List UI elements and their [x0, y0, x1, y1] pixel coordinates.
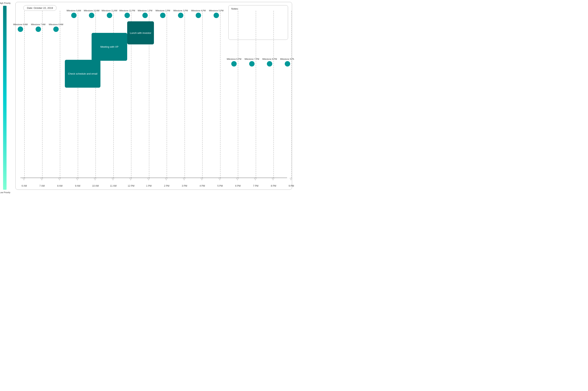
event-box[interactable]: Meeting with VP — [92, 33, 127, 61]
hour-label-h8am: 8 AM — [56, 185, 64, 187]
milestone-label: Milestone 7 AM — [31, 23, 45, 26]
milestone-label: Milestone 6 AM — [13, 23, 27, 26]
milestone-label: Milestone 6 PM — [227, 58, 241, 60]
dashed-line-h3pm — [184, 11, 185, 178]
hour-label-h4pm: 4 PM — [198, 185, 206, 187]
milestone-1: Milestone 7 AM — [34, 23, 42, 32]
arrow-h9pm: ▽ — [290, 177, 292, 181]
milestone-circle — [89, 13, 94, 18]
milestone-11: Milestone 5 PM — [212, 9, 220, 18]
milestone-14: Milestone 8 PM — [266, 58, 274, 67]
milestone-label: Milestone 12 PM — [119, 9, 135, 12]
dashed-line-h7am — [42, 11, 42, 178]
milestone-circle — [214, 13, 219, 18]
milestone-9: Milestone 3 PM — [177, 9, 184, 18]
milestone-circle — [285, 61, 290, 67]
dashed-line-h8pm — [274, 11, 274, 178]
hour-label-h10am: 10 AM — [92, 185, 99, 187]
milestone-circle — [107, 13, 112, 18]
milestone-label: Milestone 7 PM — [245, 58, 259, 60]
dashed-line-h4pm — [202, 11, 203, 178]
milestone-7: Milestone 1 PM — [141, 9, 149, 18]
milestone-circle — [71, 13, 77, 18]
milestone-4: Milestone 10 AM — [88, 9, 95, 18]
milestone-5: Milestone 11 AM — [106, 9, 113, 18]
timeline-baseline — [20, 178, 287, 178]
dashed-line-h6am — [24, 11, 25, 178]
milestone-12: Milestone 6 PM — [230, 58, 238, 67]
milestone-circle — [53, 26, 59, 32]
high-priority-label: High Priority — [0, 2, 10, 4]
low-priority-label: Low Priority — [0, 191, 10, 194]
milestone-0: Milestone 6 AM — [16, 23, 24, 32]
dashed-line-h8am — [60, 11, 60, 178]
milestone-label: Milestone 4 PM — [191, 9, 206, 12]
dashed-line-h9am — [78, 11, 78, 178]
milestone-label: Milestone 8 PM — [263, 58, 277, 60]
milestone-label: Milestone 11 AM — [102, 9, 117, 12]
hour-label-h9pm: 9 PM — [288, 185, 294, 187]
priority-gradient-bar — [3, 6, 6, 190]
milestone-circle — [249, 61, 255, 67]
event-box[interactable]: Check schedule and email — [65, 60, 100, 88]
milestone-10: Milestone 4 PM — [194, 9, 202, 18]
event-box[interactable]: Lunch with investor — [127, 21, 154, 44]
milestone-label: Milestone 3 PM — [173, 9, 188, 12]
hour-label-h6am: 6 AM — [20, 185, 28, 187]
dashed-line-h2pm — [167, 11, 167, 178]
hour-label-h12pm: 12 PM — [127, 185, 135, 187]
hour-label-h8pm: 8 PM — [270, 185, 277, 187]
hour-label-h7am: 7 AM — [38, 185, 46, 187]
milestone-label: Milestone 8 AM — [49, 23, 63, 26]
hour-label-h9am: 9 AM — [74, 185, 82, 187]
dashed-line-h6pm — [238, 11, 238, 178]
milestone-label: Milestone 5 PM — [209, 9, 224, 12]
milestone-15: Milestone 9 PM — [284, 58, 291, 67]
milestone-label: Milestone 2 PM — [155, 9, 170, 12]
milestone-circle — [142, 13, 148, 18]
milestone-8: Milestone 2 PM — [159, 9, 167, 18]
milestone-circle — [267, 61, 272, 67]
dashed-line-h9pm — [291, 11, 292, 178]
milestone-2: Milestone 8 AM — [52, 23, 60, 32]
milestone-label: Milestone 10 AM — [84, 9, 99, 12]
milestone-3: Milestone 9 AM — [70, 9, 78, 18]
hour-label-h3pm: 3 PM — [181, 185, 188, 187]
chart-area: Date: October 22, 2019 Notes: ▽6 AM▽7 AM… — [15, 2, 292, 190]
milestone-circle — [178, 13, 183, 18]
main-container: High Priority Low Priority Date: October… — [0, 0, 294, 196]
hour-label-h7pm: 7 PM — [252, 185, 260, 187]
milestone-circle — [125, 13, 130, 18]
hour-label-h6pm: 6 PM — [234, 185, 242, 187]
milestone-label: Milestone 9 PM — [280, 58, 294, 60]
milestone-circle — [231, 61, 237, 67]
hour-label-h2pm: 2 PM — [163, 185, 170, 187]
dashed-line-h7pm — [256, 11, 256, 178]
milestone-circle — [196, 13, 201, 18]
milestone-6: Milestone 12 PM — [123, 9, 131, 18]
milestone-label: Milestone 1 PM — [138, 9, 152, 12]
hour-label-h5pm: 5 PM — [216, 185, 224, 187]
hour-label-h11am: 11 AM — [110, 185, 117, 187]
milestone-label: Milestone 9 AM — [67, 9, 81, 12]
milestone-circle — [160, 13, 165, 18]
milestone-13: Milestone 7 PM — [248, 58, 256, 67]
milestone-circle — [36, 26, 41, 32]
milestone-circle — [18, 26, 23, 32]
priority-bar-container: High Priority Low Priority — [2, 2, 8, 194]
hour-label-h1pm: 1 PM — [145, 185, 153, 187]
dashed-line-h5pm — [220, 11, 221, 178]
